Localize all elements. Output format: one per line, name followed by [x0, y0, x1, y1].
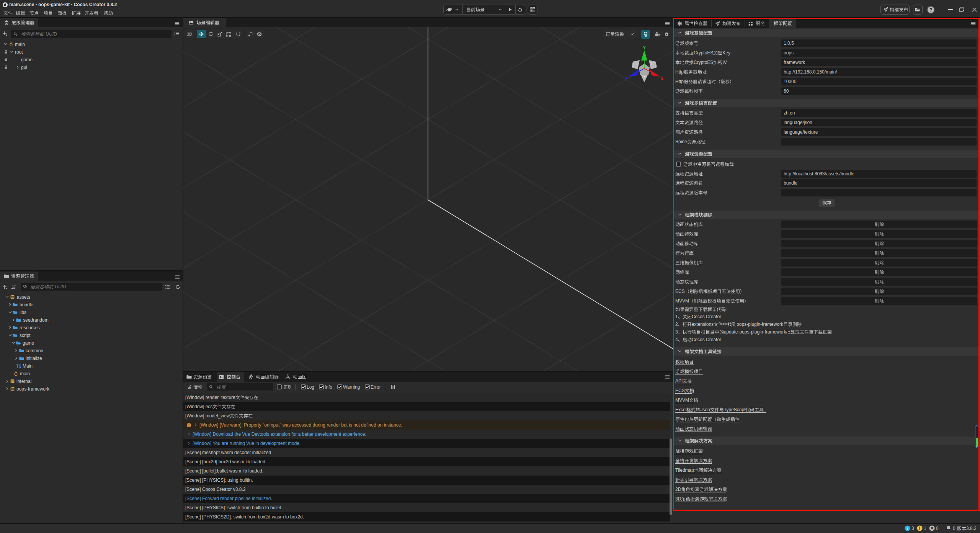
svg-text:X: X: [660, 76, 663, 82]
svg-text:?: ?: [929, 7, 933, 13]
svg-text:i: i: [907, 526, 908, 530]
svg-text:Z: Z: [625, 76, 628, 82]
svg-text:Y: Y: [643, 45, 646, 51]
